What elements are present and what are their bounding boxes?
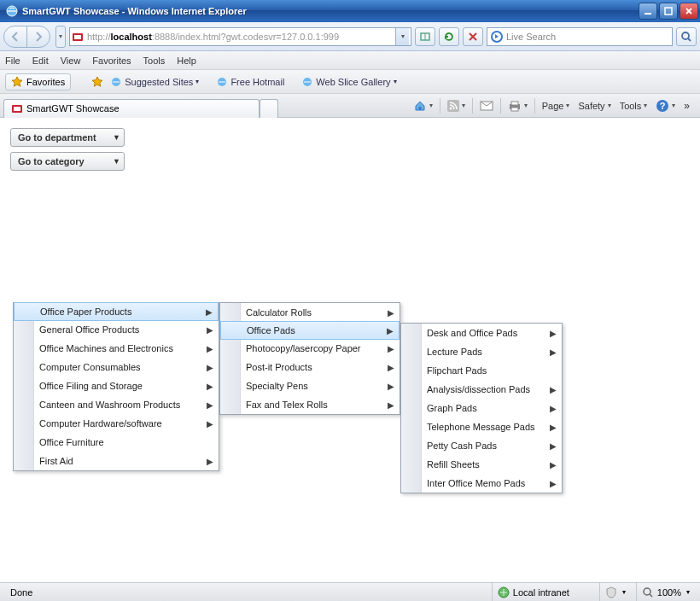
zone-pane[interactable]: Local intranet	[492, 583, 594, 601]
svg-rect-19	[511, 108, 518, 111]
menu-item-office-machines[interactable]: Office Machines and Electronics▶	[14, 339, 219, 358]
menu-item-label: Computer Consumables	[39, 362, 141, 372]
overflow-button[interactable]: »	[680, 100, 693, 112]
menu-view[interactable]: View	[61, 55, 81, 66]
chevron-right-icon: ▶	[207, 344, 213, 353]
chevron-right-icon: ▶	[388, 363, 394, 372]
menu-item-label: Analysis/dissection Pads	[427, 384, 530, 394]
address-dropdown[interactable]: ▾	[395, 28, 409, 45]
chevron-right-icon: ▶	[207, 457, 213, 466]
category-menu: Office Paper Products▶ General Office Pr…	[13, 302, 219, 471]
status-bar: Done Local intranet ▾ 100% ▾	[0, 582, 700, 601]
free-hotmail-link[interactable]: Free Hotmail	[216, 76, 284, 88]
url-host: localhost	[111, 32, 152, 42]
menu-item-desk-office-pads[interactable]: Desk and Office Pads▶	[401, 324, 562, 342]
suggested-sites-label: Suggested Sites	[125, 77, 193, 87]
maximize-button[interactable]	[659, 3, 678, 20]
menu-item-office-pads[interactable]: Office Pads▶	[220, 321, 400, 340]
minimize-button[interactable]	[639, 3, 657, 20]
help-button[interactable]: ?▾	[652, 97, 679, 114]
menu-item-computer-consumables[interactable]: Computer Consumables▶	[14, 358, 219, 376]
menu-item-hardware[interactable]: Computer Hardware/software▶	[14, 414, 219, 433]
menu-item-label: Office Paper Products	[40, 306, 131, 317]
print-button[interactable]: ▾	[505, 98, 531, 114]
address-bar[interactable]: http://localhost:8888/index.html?gwt.cod…	[69, 27, 411, 46]
menu-item-fax-rolls[interactable]: Fax and Telex Rolls▶	[220, 395, 400, 414]
menu-item-pettycash-pads[interactable]: Petty Cash Pads▶	[401, 436, 562, 455]
page-menu[interactable]: Page▾	[539, 99, 574, 113]
svg-point-7	[682, 32, 689, 39]
menu-file[interactable]: File	[5, 55, 20, 66]
menu-help[interactable]: Help	[177, 55, 196, 66]
menu-item-calculator-rolls[interactable]: Calculator Rolls▶	[220, 303, 400, 322]
add-favorite-icon[interactable]	[91, 76, 103, 88]
tab-strip: SmartGWT Showcase ▾ ▾ ▾ Page▾ Safety▾ To…	[0, 94, 700, 118]
search-button[interactable]	[676, 27, 697, 46]
chevron-right-icon: ▶	[388, 382, 394, 391]
home-button[interactable]: ▾	[410, 97, 436, 114]
chevron-right-icon: ▶	[207, 382, 213, 391]
read-mail-button[interactable]	[476, 99, 497, 113]
intranet-icon	[498, 586, 510, 598]
mail-icon	[480, 101, 493, 111]
suggested-sites-link[interactable]: Suggested Sites ▾	[110, 76, 199, 88]
tab-smartgwt[interactable]: SmartGWT Showcase	[3, 99, 260, 118]
shield-icon	[605, 586, 617, 598]
menu-item-telephone-pads[interactable]: Telephone Message Pads▶	[401, 417, 562, 436]
search-placeholder: Live Search	[506, 32, 556, 42]
svg-rect-12	[14, 107, 20, 111]
command-bar: ▾ ▾ ▾ Page▾ Safety▾ Tools▾ ?▾ »	[410, 97, 697, 114]
refresh-button[interactable]	[439, 27, 459, 46]
menu-item-label: Calculator Rolls	[246, 307, 312, 318]
department-dropdown[interactable]: Go to department ▼	[10, 128, 125, 147]
tools-menu[interactable]: Tools▾	[616, 99, 651, 113]
menu-item-graph-pads[interactable]: Graph Pads▶	[401, 399, 562, 417]
favorites-button[interactable]: Favorites	[5, 73, 71, 90]
menu-item-lecture-pads[interactable]: Lecture Pads▶	[401, 342, 562, 361]
safety-menu[interactable]: Safety▾	[575, 99, 614, 113]
nav-history-dropdown[interactable]: ▾	[55, 26, 66, 48]
stop-button[interactable]	[463, 27, 483, 46]
close-button[interactable]	[680, 3, 698, 20]
menu-item-office-filing[interactable]: Office Filing and Storage▶	[14, 376, 219, 395]
search-box[interactable]: Live Search	[487, 27, 673, 46]
menu-item-photocopy[interactable]: Photocopy/lasercopy Paper▶	[220, 339, 400, 358]
web-slice-link[interactable]: Web Slice Gallery ▾	[301, 76, 396, 88]
menu-item-refill-sheets[interactable]: Refill Sheets▶	[401, 455, 562, 474]
menu-item-label: First Aid	[39, 456, 73, 466]
menu-item-flipchart-pads[interactable]: Flipchart Pads	[401, 361, 562, 380]
menu-item-memo-pads[interactable]: Inter Office Memo Pads▶	[401, 474, 562, 493]
menu-tools[interactable]: Tools	[143, 55, 166, 66]
menu-item-analysis-pads[interactable]: Analysis/dissection Pads▶	[401, 380, 562, 399]
svg-rect-13	[418, 107, 421, 110]
web-slice-label: Web Slice Gallery	[316, 77, 390, 87]
menu-favorites[interactable]: Favorites	[92, 55, 131, 66]
compat-view-button[interactable]	[415, 27, 435, 46]
protected-mode-pane[interactable]: ▾	[599, 583, 631, 601]
menu-item-canteen[interactable]: Canteen and Washroom Products▶	[14, 395, 219, 414]
category-dropdown[interactable]: Go to category ▼	[10, 152, 125, 171]
feeds-button[interactable]: ▾	[444, 98, 469, 114]
menu-item-label: Lecture Pads	[427, 347, 482, 357]
new-tab-button[interactable]	[260, 99, 278, 118]
menu-edit[interactable]: Edit	[32, 55, 49, 66]
chevron-down-icon: ▼	[113, 157, 120, 166]
menu-item-label: Telephone Message Pads	[427, 422, 535, 432]
chevron-down-icon: ▼	[113, 133, 120, 142]
tools-label: Tools	[620, 101, 642, 111]
menu-item-furniture[interactable]: Office Furniture	[14, 433, 219, 452]
menu-item-office-paper[interactable]: Office Paper Products▶	[14, 302, 219, 321]
ie-page-icon	[301, 76, 313, 88]
zoom-pane[interactable]: 100% ▾	[636, 583, 695, 601]
favorites-label: Favorites	[26, 77, 65, 87]
chevron-right-icon: ▶	[550, 460, 557, 470]
chevron-right-icon: ▶	[550, 404, 557, 413]
menu-item-first-aid[interactable]: First Aid▶	[14, 452, 219, 470]
menu-item-specialty-pens[interactable]: Specialty Pens▶	[220, 376, 400, 395]
menu-item-label: Office Machines and Electronics	[39, 343, 173, 353]
menu-item-postit[interactable]: Post-it Products▶	[220, 358, 400, 376]
chevron-right-icon: ▶	[207, 363, 213, 372]
menu-item-general-office[interactable]: General Office Products▶	[14, 320, 219, 339]
back-button[interactable]	[3, 26, 27, 48]
forward-button[interactable]	[26, 26, 50, 48]
